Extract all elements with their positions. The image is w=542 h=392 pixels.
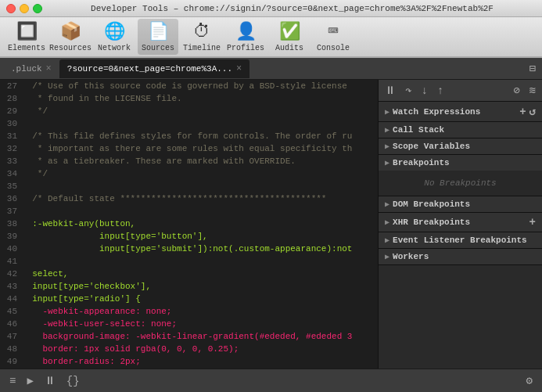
xhr-breakpoints-header[interactable]: ▶ XHR Breakpoints + <box>379 213 542 232</box>
toggle-drawer-button[interactable]: ≡ <box>6 373 19 389</box>
breakpoints-header[interactable]: ▶ Breakpoints <box>379 155 542 171</box>
table-row: 42 select, <box>0 268 378 280</box>
dom-breakpoints-section: ▶ DOM Breakpoints <box>379 196 542 213</box>
sources-icon: 📄 <box>148 21 169 42</box>
breakpoints-section: ▶ Breakpoints No Breakpoints <box>379 155 542 196</box>
main-content: 27 /* Use of this source code is governe… <box>0 80 542 369</box>
tab-pluck-close[interactable]: × <box>46 63 52 74</box>
bottom-bar: ≡ ▶ ⏸ {} ⚙ <box>0 369 542 392</box>
table-row: 38 :-webkit-any(button, <box>0 218 378 230</box>
table-row: 35 <box>0 180 378 192</box>
console-button[interactable]: ▶ <box>23 372 36 389</box>
pause-on-exceptions-button[interactable]: ⏸ <box>41 373 59 389</box>
watch-expressions-add-button[interactable]: + <box>519 106 526 118</box>
tab-source-label: ?source=0&next_page=chrome%3A... <box>67 64 232 74</box>
watch-expressions-header[interactable]: ▶ Watch Expressions + ↺ <box>379 102 542 121</box>
scope-variables-header[interactable]: ▶ Scope Variables <box>379 138 542 154</box>
watch-expressions-refresh-button[interactable]: ↺ <box>529 105 536 118</box>
tab-source[interactable]: ?source=0&next_page=chrome%3A... × <box>59 59 249 78</box>
tab-source-close[interactable]: × <box>236 63 242 74</box>
profiles-label: Profiles <box>227 44 264 52</box>
scope-variables-section: ▶ Scope Variables <box>379 138 542 155</box>
no-breakpoints-label: No Breakpoints <box>385 174 536 192</box>
window-title: Developer Tools – chrome://signin/?sourc… <box>48 4 536 13</box>
panel-toolbar: ⏸ ↷ ↓ ↑ ⊘ ≋ <box>379 80 542 102</box>
table-row: 39 input[type='button'], <box>0 230 378 243</box>
tab-action-drawer[interactable]: ⊟ <box>528 60 537 77</box>
timeline-tool[interactable]: ⏱ Timeline <box>181 19 222 55</box>
resources-label: Resources <box>49 44 92 52</box>
format-button[interactable]: {} <box>63 373 83 389</box>
table-row: 36 /* Default state ********************… <box>0 192 378 205</box>
watch-expressions-arrow: ▶ <box>385 107 389 117</box>
sources-tool[interactable]: 📄 Sources <box>138 19 178 55</box>
table-row: 43 input[type='checkbox'], <box>0 280 378 293</box>
workers-arrow: ▶ <box>385 252 389 261</box>
profiles-tool[interactable]: 👤 Profiles <box>225 19 266 55</box>
console-icon: ⌨ <box>328 21 338 42</box>
code-content: 27 /* Use of this source code is governe… <box>0 80 378 369</box>
table-row: 41 <box>0 255 378 268</box>
tab-pluck-label: .pluck <box>11 64 42 74</box>
title-bar: Developer Tools – chrome://signin/?sourc… <box>0 0 542 17</box>
sources-label: Sources <box>142 44 174 52</box>
table-row: 29 */ <box>0 105 378 117</box>
table-row: 31 /* This file defines styles for form … <box>0 130 378 142</box>
workers-section: ▶ Workers <box>379 249 542 265</box>
minimize-button[interactable] <box>20 4 29 13</box>
event-breakpoints-section: ▶ Event Listener Breakpoints <box>379 232 542 249</box>
watch-expressions-section: ▶ Watch Expressions + ↺ <box>379 102 542 122</box>
table-row: 30 <box>0 117 378 130</box>
event-breakpoints-header[interactable]: ▶ Event Listener Breakpoints <box>379 232 542 248</box>
resources-tool[interactable]: 📦 Resources <box>50 19 91 55</box>
tab-pluck[interactable]: .pluck × <box>3 59 59 78</box>
network-tool[interactable]: 🌐 Network <box>94 19 135 55</box>
xhr-breakpoints-section: ▶ XHR Breakpoints + <box>379 213 542 232</box>
scope-variables-arrow: ▶ <box>385 142 389 151</box>
audits-icon: ✅ <box>279 21 300 42</box>
code-area[interactable]: 27 /* Use of this source code is governe… <box>0 80 378 369</box>
async-callstack-button[interactable]: ≋ <box>526 82 539 99</box>
xhr-breakpoints-add-button[interactable]: + <box>529 216 536 228</box>
table-row: 34 */ <box>0 167 378 180</box>
right-panel: ⏸ ↷ ↓ ↑ ⊘ ≋ ▶ Watch Expressions + ↺ ▶ Ca… <box>378 80 542 369</box>
table-row: 27 /* Use of this source code is governe… <box>0 80 378 92</box>
window-controls <box>6 4 42 13</box>
resources-icon: 📦 <box>60 21 81 42</box>
table-row: 47 background-image: -webkit-linear-grad… <box>0 330 378 343</box>
step-out-button[interactable]: ↑ <box>434 83 447 99</box>
step-over-button[interactable]: ↷ <box>402 82 415 99</box>
call-stack-section: ▶ Call Stack <box>379 122 542 138</box>
event-breakpoints-title: Event Listener Breakpoints <box>393 236 536 245</box>
profiles-icon: 👤 <box>235 21 257 42</box>
audits-tool[interactable]: ✅ Audits <box>269 19 310 55</box>
deactivate-breakpoints-button[interactable]: ⊘ <box>510 82 522 99</box>
workers-header[interactable]: ▶ Workers <box>379 249 542 264</box>
console-tool[interactable]: ⌨ Console <box>313 19 354 55</box>
scope-variables-title: Scope Variables <box>393 142 536 151</box>
xhr-breakpoints-title: XHR Breakpoints <box>393 218 526 227</box>
timeline-label: Timeline <box>183 44 221 52</box>
table-row: 28 * found in the LICENSE file. <box>0 92 378 105</box>
close-button[interactable] <box>6 4 16 13</box>
dom-breakpoints-title: DOM Breakpoints <box>393 200 536 209</box>
elements-icon: 🔲 <box>16 21 38 42</box>
audits-label: Audits <box>275 44 303 52</box>
table-row: 49 border-radius: 2px; <box>0 355 378 368</box>
network-icon: 🌐 <box>104 21 125 42</box>
dom-breakpoints-header[interactable]: ▶ DOM Breakpoints <box>379 196 542 212</box>
tab-actions: ⊟ <box>528 60 542 77</box>
event-breakpoints-arrow: ▶ <box>385 236 389 245</box>
table-row: 44 input[type='radio'] { <box>0 293 378 305</box>
pause-button[interactable]: ⏸ <box>382 83 399 99</box>
breakpoints-arrow: ▶ <box>385 158 389 167</box>
maximize-button[interactable] <box>33 4 42 13</box>
call-stack-header[interactable]: ▶ Call Stack <box>379 122 542 138</box>
table-row: 33 * as a tiebreaker. These are marked w… <box>0 155 378 167</box>
table-row: 46 -webkit-user-select: none; <box>0 318 378 330</box>
breakpoints-title: Breakpoints <box>393 158 536 167</box>
settings-button[interactable]: ⚙ <box>523 372 536 389</box>
step-into-button[interactable]: ↓ <box>418 83 430 99</box>
elements-tool[interactable]: 🔲 Elements <box>6 19 47 55</box>
workers-title: Workers <box>393 252 536 261</box>
